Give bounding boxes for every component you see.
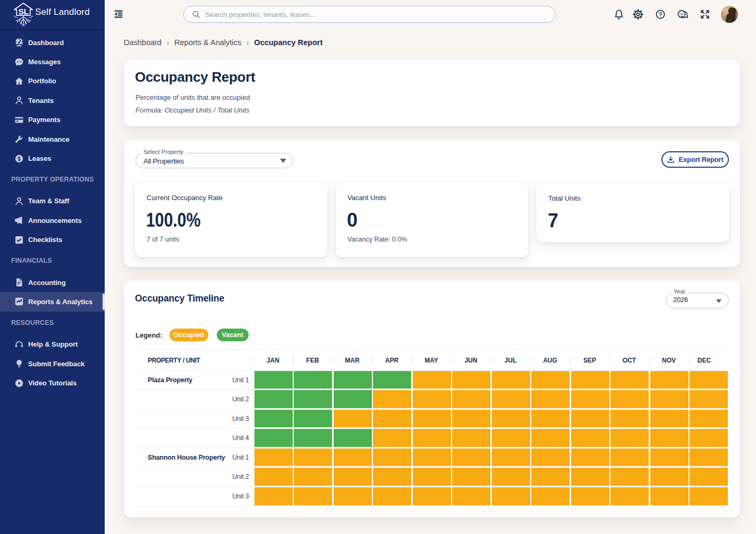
svg-text:SL: SL — [19, 7, 29, 16]
svg-text:?: ? — [659, 11, 662, 18]
svg-text:$: $ — [18, 155, 21, 161]
